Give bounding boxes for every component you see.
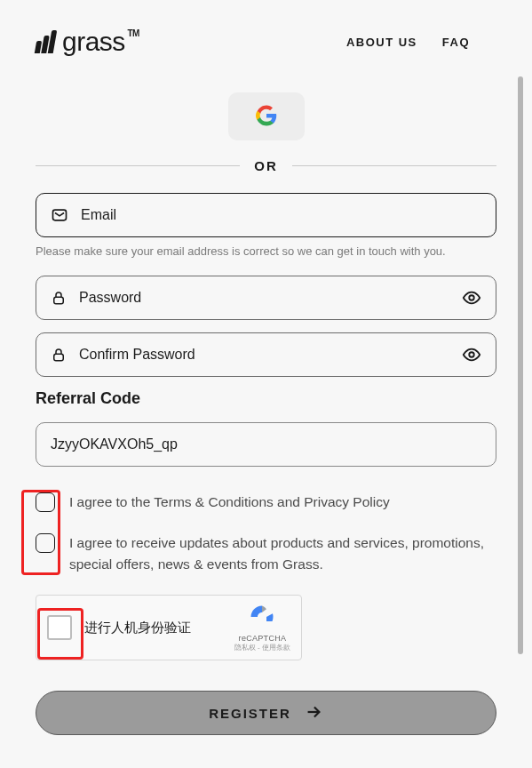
or-label: OR [254,158,278,173]
divider-line [36,165,240,166]
mail-icon [51,206,68,224]
svg-point-2 [469,295,474,300]
nav: ABOUT US FAQ [346,36,470,49]
logo-mark-icon [36,30,55,53]
nav-about[interactable]: ABOUT US [346,36,417,49]
divider-line [292,165,496,166]
recaptcha-terms[interactable]: 隐私权 - 使用条款 [234,643,290,652]
recaptcha-checkbox[interactable] [47,615,72,640]
eye-icon[interactable] [462,288,481,308]
brand-name: grass [62,27,125,56]
recaptcha-brand: reCAPTCHA 隐私权 - 使用条款 [234,604,290,652]
svg-rect-1 [54,297,64,304]
confirm-password-input[interactable] [79,347,449,363]
recaptcha-brand-label: reCAPTCHA [239,634,287,643]
email-field-wrap[interactable] [36,193,496,237]
password-field-wrap[interactable] [36,276,496,320]
form-area: OR Please make sure your email address i… [0,66,532,735]
recaptcha-widget: 进行人机身份验证 reCAPTCHA 隐私权 - 使用条款 [36,595,302,660]
referral-input[interactable] [51,436,481,452]
terms-checkbox[interactable] [36,492,55,512]
svg-rect-3 [54,354,64,361]
terms-text: I agree to the Terms & Conditions and Pr… [69,492,390,513]
lock-icon [51,290,67,306]
google-icon [256,105,277,129]
referral-label: Referral Code [36,389,496,408]
marketing-checkbox[interactable] [36,533,55,553]
logo[interactable]: grass TM [36,27,125,57]
terms-row: I agree to the Terms & Conditions and Pr… [36,492,496,513]
top-bar: grass TM ABOUT US FAQ [0,0,532,66]
confirm-password-field-wrap[interactable] [36,332,496,377]
or-divider: OR [36,158,496,173]
referral-field-wrap[interactable] [36,422,496,467]
eye-icon[interactable] [462,345,481,364]
lock-icon [51,347,67,363]
google-signin-button[interactable] [228,92,305,140]
register-button[interactable]: REGISTER [36,691,496,735]
svg-point-4 [469,352,474,357]
password-input[interactable] [79,290,449,306]
marketing-text: I agree to receive updates about product… [69,532,496,575]
nav-faq[interactable]: FAQ [442,36,470,49]
oauth-row [36,92,496,140]
recaptcha-text: 进行人机身份验证 [84,620,222,636]
arrow-right-icon [304,702,323,724]
logo-text: grass TM [62,27,125,57]
recaptcha-icon [249,604,275,634]
register-label: REGISTER [209,706,291,721]
scrollbar-thumb[interactable] [518,76,523,654]
email-helper: Please make sure your email address is c… [36,244,496,258]
brand-tm: TM [127,28,139,38]
email-input[interactable] [81,207,481,223]
marketing-row: I agree to receive updates about product… [36,532,496,575]
